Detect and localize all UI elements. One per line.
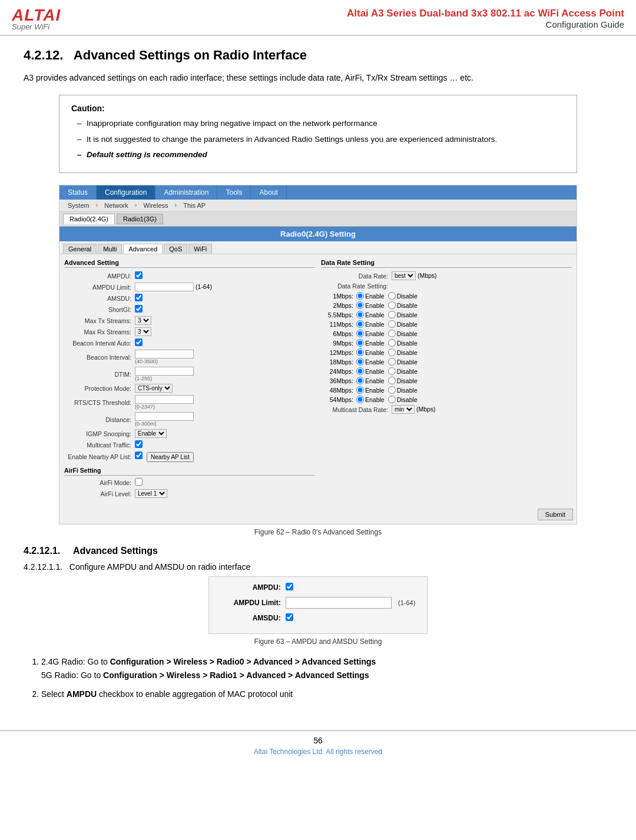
inner-tab-general[interactable]: General xyxy=(63,244,97,254)
rate-54mbps-label: 54Mbps: xyxy=(321,396,356,403)
beacon-interval-hint: (40-3500) xyxy=(135,358,315,364)
multicast-rate-select[interactable]: min xyxy=(392,405,415,414)
inner-tab-advanced[interactable]: Advanced xyxy=(123,244,163,254)
multicast-row: Multicast Traffic: xyxy=(64,440,315,449)
distance-control: 0 (0-300m) xyxy=(135,412,315,427)
nav-tools[interactable]: Tools xyxy=(217,185,251,200)
sub-nav-thisap[interactable]: This AP xyxy=(178,201,210,210)
distance-hint: (0-300m) xyxy=(135,421,315,427)
distance-input[interactable]: 0 xyxy=(135,412,194,421)
logo-super: Super WiFi xyxy=(12,22,49,31)
distance-row: Distance: 0 (0-300m) xyxy=(64,412,315,427)
rate-1mbps-enable[interactable]: Enable xyxy=(356,292,385,300)
caution-list: Inappropriate configuration may bring ne… xyxy=(71,118,565,161)
ampdu-checkbox[interactable] xyxy=(135,271,143,279)
dtim-hint: (1-255) xyxy=(135,376,315,381)
nearby-ap-list-button[interactable]: Nearby AP List xyxy=(147,452,194,462)
sub-nav-wireless[interactable]: Wireless xyxy=(138,201,173,210)
airfi-level-control: Level 1 xyxy=(135,489,315,498)
shortgi-checkbox[interactable] xyxy=(135,305,143,313)
rate-36mbps: 36Mbps: Enable Disable xyxy=(321,377,572,384)
shortgi-control xyxy=(135,305,315,314)
dtim-input[interactable]: 1 xyxy=(135,367,194,376)
data-rate-label: Data Rate: xyxy=(321,273,392,280)
amsdu-control xyxy=(135,294,315,303)
max-rx-label: Max Rx Streams: xyxy=(64,328,135,336)
step-1-bold1: Configuration > Wireless > Radio0 > Adva… xyxy=(110,657,376,666)
inner-tab-wifi[interactable]: WiFi xyxy=(188,244,212,254)
beacon-interval-label: Beacon Interval: xyxy=(64,354,135,361)
sub-title: Configuration Guide xyxy=(106,19,624,29)
rts-input[interactable]: 2346 xyxy=(135,395,194,404)
subsection-title: Advanced Settings xyxy=(73,546,158,556)
inner-tab-qos[interactable]: QoS xyxy=(164,244,187,254)
rate-1mbps-disable[interactable]: Disable xyxy=(388,292,418,300)
rate-18mbps: 18Mbps: Enable Disable xyxy=(321,358,572,366)
data-rate-setting-label: Data Rate Setting: xyxy=(321,283,392,290)
data-rate-select[interactable]: best xyxy=(392,271,416,280)
small-ampdu-checkbox[interactable] xyxy=(286,583,293,590)
max-tx-select[interactable]: 3 xyxy=(135,316,151,325)
small-ampdu-label: AMPDU: xyxy=(221,583,286,592)
nearby-checkbox[interactable] xyxy=(135,451,143,459)
airfi-level-row: AirFi Level: Level 1 xyxy=(64,489,315,498)
rate-24mbps-options: Enable Disable xyxy=(356,367,418,375)
inner-tab-multi[interactable]: Multi xyxy=(98,244,122,254)
page-footer: 56 Altai Technologies Ltd. All rights re… xyxy=(0,730,636,758)
airfi-level-select[interactable]: Level 1 xyxy=(135,489,167,498)
airfi-mode-checkbox[interactable] xyxy=(135,478,143,486)
step-1: 2.4G Radio: Go to Configuration > Wirele… xyxy=(41,655,612,682)
multicast-checkbox[interactable] xyxy=(135,440,143,448)
nav-about[interactable]: About xyxy=(251,185,286,200)
submit-button[interactable]: Submit xyxy=(538,509,573,520)
subsection-heading: 4.2.12.1. Advanced Settings xyxy=(24,546,612,556)
dtim-label: DTIM: xyxy=(64,371,135,378)
beacon-auto-checkbox[interactable] xyxy=(135,338,143,346)
small-amsdu-row: AMSDU: xyxy=(221,613,416,623)
sub-nav-network[interactable]: Network xyxy=(100,201,132,210)
multicast-control xyxy=(135,440,315,449)
amsdu-label: AMSDU: xyxy=(64,295,135,302)
beacon-interval-input[interactable]: 100 xyxy=(135,350,194,358)
data-rate-control: best (Mbps) xyxy=(392,271,572,280)
sub-nav-system[interactable]: System xyxy=(63,201,94,210)
rts-label: RTS/CTS Threshold: xyxy=(64,399,135,406)
max-tx-row: Max Tx Streams: 3 xyxy=(64,316,315,325)
rate-24mbps: 24Mbps: Enable Disable xyxy=(321,367,572,375)
nav-configuration[interactable]: Configuration xyxy=(97,185,155,200)
small-ampdu-control xyxy=(286,583,293,592)
nav-status[interactable]: Status xyxy=(59,185,97,200)
rate-2mbps: 2Mbps: Enable Disable xyxy=(321,301,572,309)
airfi-mode-control xyxy=(135,478,315,487)
header-title: Altai A3 Series Dual-band 3x3 802.11 ac … xyxy=(106,8,624,29)
nearby-control: Nearby AP List xyxy=(135,451,315,462)
amsdu-checkbox[interactable] xyxy=(135,294,143,301)
rate-24mbps-label: 24Mbps: xyxy=(321,368,356,375)
caution-box: Caution: Inappropriate configuration may… xyxy=(59,95,577,173)
right-col-title: Data Rate Setting xyxy=(321,259,572,268)
airfi-mode-label: AirFi Mode: xyxy=(64,479,135,486)
small-ampdu-limit-input[interactable]: 64 xyxy=(286,597,392,609)
caution-item-3: Default setting is recommended xyxy=(77,149,565,161)
radio-tab-0[interactable]: Radio0(2.4G) xyxy=(63,214,115,224)
max-rx-select[interactable]: 3 xyxy=(135,327,151,336)
rate-12mbps-label: 12Mbps: xyxy=(321,349,356,356)
airfi-level-label: AirFi Level: xyxy=(64,490,135,497)
rate-48mbps: 48Mbps: Enable Disable xyxy=(321,386,572,394)
small-amsdu-checkbox[interactable] xyxy=(286,613,293,621)
rate-12mbps-options: Enable Disable xyxy=(356,348,418,356)
subsection-number: 4.2.12.1. xyxy=(24,546,60,556)
data-rate-row: Data Rate: best (Mbps) xyxy=(321,271,572,280)
rate-48mbps-options: Enable Disable xyxy=(356,386,418,394)
igmp-select[interactable]: Enable xyxy=(135,429,167,438)
airfi-mode-row: AirFi Mode: xyxy=(64,478,315,487)
rate-55mbps-label: 5.5Mbps: xyxy=(321,311,356,318)
ampdu-limit-input[interactable]: 64 xyxy=(135,283,194,291)
dtim-row: DTIM: 1 (1-255) xyxy=(64,367,315,381)
max-tx-control: 3 xyxy=(135,316,315,325)
nav-administration[interactable]: Administration xyxy=(155,185,217,200)
protection-select[interactable]: CTS-only xyxy=(135,384,173,393)
left-col-title: Advanced Setting xyxy=(64,259,315,268)
section-title: Advanced Settings on Radio Interface xyxy=(74,48,307,62)
radio-tab-1[interactable]: Radio1(3G) xyxy=(117,214,163,224)
